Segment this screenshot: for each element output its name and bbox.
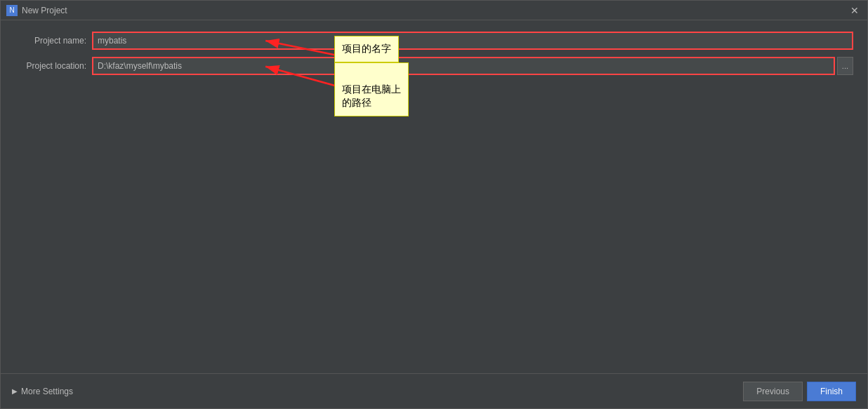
previous-button[interactable]: Previous <box>743 382 803 401</box>
project-name-label: Project name: <box>15 36 92 46</box>
project-name-input[interactable] <box>92 32 853 50</box>
project-name-row: Project name: <box>15 32 853 50</box>
project-location-input[interactable] <box>92 57 835 75</box>
project-location-field-group: ... <box>92 57 853 75</box>
dialog-title: New Project <box>22 6 848 15</box>
more-settings-chevron-icon: ▶ <box>12 387 18 395</box>
finish-button[interactable]: Finish <box>807 382 856 401</box>
project-location-label: Project location: <box>15 61 92 71</box>
annotation-project-name: 项目的名字 <box>334 36 399 62</box>
annotation-project-location: 项目在电脑上的路径 <box>334 62 409 116</box>
more-settings-label: More Settings <box>21 387 73 396</box>
browse-button[interactable]: ... <box>837 57 853 75</box>
bottom-bar: ▶ More Settings Previous Finish <box>1 373 867 408</box>
more-settings-toggle[interactable]: ▶ More Settings <box>12 387 73 396</box>
project-location-row: Project location: ... <box>15 57 853 75</box>
content-area: Project name: Project location: ... <box>1 20 867 373</box>
close-button[interactable]: ✕ <box>848 4 862 18</box>
new-project-dialog: N New Project ✕ Project name: Project lo… <box>0 0 868 409</box>
bottom-buttons-group: Previous Finish <box>743 382 856 401</box>
title-bar: N New Project ✕ <box>1 1 867 20</box>
app-icon: N <box>6 5 18 16</box>
